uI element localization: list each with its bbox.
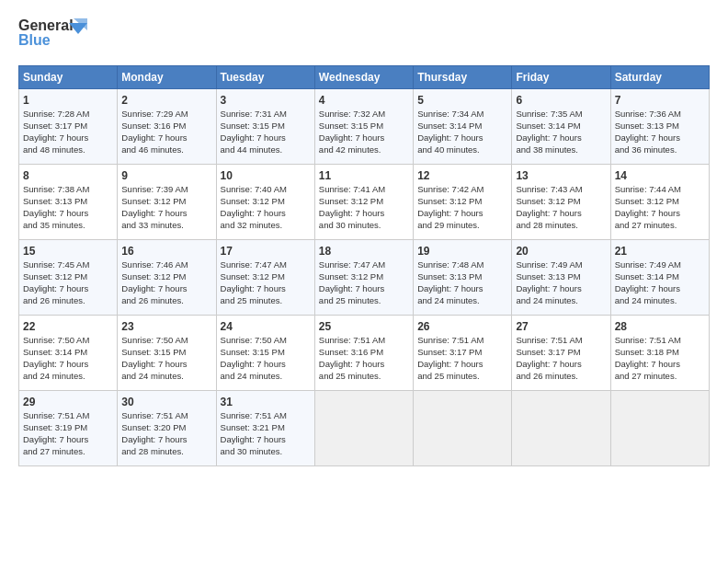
day-info-line: and 26 minutes. xyxy=(516,371,606,383)
day-info-line: and 27 minutes. xyxy=(615,371,705,383)
day-info-line: and 25 minutes. xyxy=(319,295,409,307)
day-info-line: Sunset: 3:17 PM xyxy=(23,121,113,132)
day-info-line: and 46 minutes. xyxy=(121,144,211,156)
calendar-cell: 22Sunrise: 7:50 AMSunset: 3:14 PMDayligh… xyxy=(19,316,118,391)
day-info-line: Sunset: 3:14 PM xyxy=(23,347,113,359)
day-info-line: Sunrise: 7:51 AM xyxy=(319,335,409,347)
calendar-cell: 8Sunrise: 7:38 AMSunset: 3:13 PMDaylight… xyxy=(19,165,118,240)
day-info-line: and 48 minutes. xyxy=(23,144,113,156)
day-number: 3 xyxy=(221,93,311,108)
day-info-line: Daylight: 7 hours xyxy=(319,132,409,144)
calendar-cell: 14Sunrise: 7:44 AMSunset: 3:12 PMDayligh… xyxy=(610,165,709,240)
calendar-cell: 6Sunrise: 7:35 AMSunset: 3:14 PMDaylight… xyxy=(512,89,610,165)
day-number: 7 xyxy=(615,93,705,108)
day-info-line: and 24 minutes. xyxy=(121,371,211,383)
day-info-line: Sunset: 3:14 PM xyxy=(417,121,507,132)
day-info-line: Daylight: 7 hours xyxy=(121,208,211,220)
day-info-line: Sunrise: 7:43 AM xyxy=(516,184,606,196)
day-info-line: Sunset: 3:12 PM xyxy=(319,271,409,283)
day-number: 15 xyxy=(23,244,113,259)
calendar-cell: 20Sunrise: 7:49 AMSunset: 3:13 PMDayligh… xyxy=(512,240,610,316)
calendar-cell: 4Sunrise: 7:32 AMSunset: 3:15 PMDaylight… xyxy=(314,89,413,165)
day-info-line: Sunset: 3:15 PM xyxy=(221,121,311,132)
day-info-line: and 33 minutes. xyxy=(121,220,211,232)
day-info-line: Sunset: 3:17 PM xyxy=(417,347,507,359)
day-info-line: Sunrise: 7:49 AM xyxy=(516,259,606,271)
header: General Blue xyxy=(18,14,710,58)
day-info-line: Daylight: 7 hours xyxy=(121,283,211,295)
day-info-line: Sunrise: 7:47 AM xyxy=(221,259,311,271)
day-number: 30 xyxy=(121,395,211,409)
day-info-line: Sunrise: 7:44 AM xyxy=(615,184,705,196)
day-info-line: Sunset: 3:12 PM xyxy=(516,196,606,208)
day-info-line: Daylight: 7 hours xyxy=(221,132,311,144)
day-number: 21 xyxy=(615,244,705,259)
calendar-cell: 30Sunrise: 7:51 AMSunset: 3:20 PMDayligh… xyxy=(118,391,216,466)
page: General Blue SundayMondayTuesdayWednesda… xyxy=(0,0,728,563)
day-info-line: Sunrise: 7:42 AM xyxy=(417,184,507,196)
day-info-line: Daylight: 7 hours xyxy=(319,283,409,295)
day-info-line: and 40 minutes. xyxy=(417,144,507,156)
day-info-line: Daylight: 7 hours xyxy=(516,132,606,144)
calendar-cell xyxy=(512,391,610,466)
calendar-cell: 5Sunrise: 7:34 AMSunset: 3:14 PMDaylight… xyxy=(414,89,512,165)
day-info-line: Daylight: 7 hours xyxy=(516,359,606,371)
day-info-line: Daylight: 7 hours xyxy=(23,208,113,220)
day-header-saturday: Saturday xyxy=(610,66,709,89)
day-number: 20 xyxy=(516,244,606,259)
day-number: 17 xyxy=(221,244,311,259)
day-info-line: and 24 minutes. xyxy=(516,295,606,307)
day-info-line: Daylight: 7 hours xyxy=(417,208,507,220)
calendar-cell: 16Sunrise: 7:46 AMSunset: 3:12 PMDayligh… xyxy=(118,240,216,316)
day-info-line: Sunrise: 7:50 AM xyxy=(221,335,311,347)
day-info-line: Sunrise: 7:29 AM xyxy=(121,109,211,121)
day-info-line: Sunset: 3:17 PM xyxy=(516,347,606,359)
day-info-line: Daylight: 7 hours xyxy=(221,434,311,446)
logo: General Blue xyxy=(18,14,87,58)
day-info-line: and 29 minutes. xyxy=(417,220,507,232)
day-info-line: Daylight: 7 hours xyxy=(221,359,311,371)
day-info-line: Sunrise: 7:51 AM xyxy=(121,410,211,422)
day-number: 19 xyxy=(417,244,507,259)
day-info-line: Sunset: 3:20 PM xyxy=(121,422,211,434)
day-info-line: Sunset: 3:15 PM xyxy=(319,121,409,132)
day-info-line: Daylight: 7 hours xyxy=(221,208,311,220)
day-info-line: Sunset: 3:13 PM xyxy=(516,271,606,283)
day-info-line: Sunrise: 7:47 AM xyxy=(319,259,409,271)
calendar-cell xyxy=(610,391,709,466)
calendar-cell: 12Sunrise: 7:42 AMSunset: 3:12 PMDayligh… xyxy=(414,165,512,240)
day-info-line: Sunset: 3:21 PM xyxy=(221,422,311,434)
day-info-line: and 25 minutes. xyxy=(221,295,311,307)
day-number: 12 xyxy=(417,168,507,183)
day-number: 16 xyxy=(121,244,211,259)
day-info-line: Sunrise: 7:35 AM xyxy=(516,109,606,121)
day-info-line: and 35 minutes. xyxy=(23,220,113,232)
day-info-line: Sunrise: 7:32 AM xyxy=(319,109,409,121)
day-info-line: and 26 minutes. xyxy=(121,295,211,307)
day-info-line: Sunrise: 7:51 AM xyxy=(221,410,311,422)
day-info-line: and 24 minutes. xyxy=(221,371,311,383)
calendar-table: SundayMondayTuesdayWednesdayThursdayFrid… xyxy=(18,65,710,466)
calendar-cell: 27Sunrise: 7:51 AMSunset: 3:17 PMDayligh… xyxy=(512,316,610,391)
day-info-line: Daylight: 7 hours xyxy=(121,434,211,446)
calendar-cell: 26Sunrise: 7:51 AMSunset: 3:17 PMDayligh… xyxy=(414,316,512,391)
day-info-line: Sunset: 3:16 PM xyxy=(319,347,409,359)
day-header-wednesday: Wednesday xyxy=(314,66,413,89)
calendar-cell: 25Sunrise: 7:51 AMSunset: 3:16 PMDayligh… xyxy=(314,316,413,391)
day-info-line: Sunset: 3:16 PM xyxy=(121,121,211,132)
day-info-line: and 32 minutes. xyxy=(221,220,311,232)
day-info-line: Sunrise: 7:31 AM xyxy=(221,109,311,121)
day-number: 25 xyxy=(319,319,409,334)
calendar-cell: 24Sunrise: 7:50 AMSunset: 3:15 PMDayligh… xyxy=(216,316,314,391)
svg-text:General: General xyxy=(18,17,74,33)
calendar-cell: 11Sunrise: 7:41 AMSunset: 3:12 PMDayligh… xyxy=(314,165,413,240)
day-info-line: Sunrise: 7:50 AM xyxy=(23,335,113,347)
day-info-line: Sunset: 3:13 PM xyxy=(23,196,113,208)
day-info-line: Daylight: 7 hours xyxy=(121,359,211,371)
day-info-line: Sunrise: 7:45 AM xyxy=(23,259,113,271)
day-number: 14 xyxy=(615,168,705,183)
day-header-thursday: Thursday xyxy=(414,66,512,89)
calendar-cell: 28Sunrise: 7:51 AMSunset: 3:18 PMDayligh… xyxy=(610,316,709,391)
week-row-5: 29Sunrise: 7:51 AMSunset: 3:19 PMDayligh… xyxy=(19,391,710,466)
day-info-line: and 24 minutes. xyxy=(23,371,113,383)
